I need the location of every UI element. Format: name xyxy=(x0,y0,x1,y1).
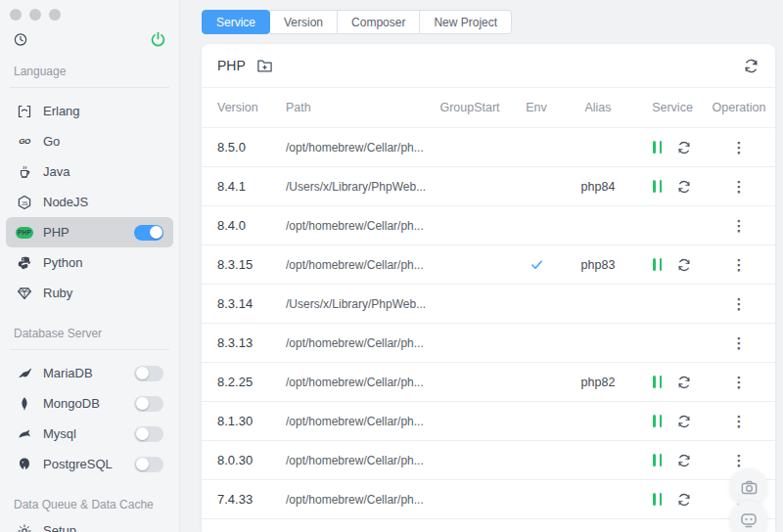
restart-service-button[interactable] xyxy=(676,179,692,195)
sidebar-item-erlang[interactable]: Erlang xyxy=(6,96,173,126)
sidebar-item-mongodb[interactable]: MongoDB xyxy=(6,388,173,419)
sidebar: LanguageErlangGOGoJavaJSNodeJSPHPPHPPyth… xyxy=(0,0,180,532)
stop-service-button[interactable] xyxy=(653,258,662,271)
open-folder-button[interactable] xyxy=(256,58,273,74)
restart-service-button[interactable] xyxy=(676,140,692,155)
assistant-fab[interactable] xyxy=(730,501,767,532)
stop-service-button[interactable] xyxy=(653,180,662,193)
restart-icon xyxy=(676,453,692,468)
operation-menu-button[interactable]: ⋮ xyxy=(732,375,747,389)
path-cell: /opt/homebrew/Cellar/ph... xyxy=(286,454,433,467)
version-cell: 8.1.30 xyxy=(217,414,286,428)
sidebar-item-label: NodeJS xyxy=(43,195,88,209)
sidebar-section: LanguageErlangGOGoJavaJSNodeJSPHPPHPPyth… xyxy=(0,61,179,308)
sidebar-item-label: Erlang xyxy=(43,104,80,118)
sidebar-item-ruby[interactable]: Ruby xyxy=(6,278,173,308)
minimize-button[interactable] xyxy=(29,9,41,21)
panel-header: PHP xyxy=(202,44,775,88)
power-button[interactable] xyxy=(150,31,166,48)
sidebar-item-mariadb[interactable]: MariaDB xyxy=(6,358,173,388)
pause-icon xyxy=(653,415,656,427)
service-cell xyxy=(630,179,714,195)
version-cell: 8.3.13 xyxy=(217,335,286,350)
stop-service-button[interactable] xyxy=(653,141,662,154)
sidebar-item-java[interactable]: Java xyxy=(6,156,173,187)
svg-text:JS: JS xyxy=(22,200,28,205)
restart-icon xyxy=(676,140,692,155)
gear-icon xyxy=(16,523,33,532)
history-button[interactable] xyxy=(13,32,28,47)
operation-cell: ⋮ xyxy=(714,140,763,155)
path-cell: /Users/x/Library/PhpWeb... xyxy=(286,180,433,194)
sidebar-item-label: PHP xyxy=(43,225,69,240)
zoom-button[interactable] xyxy=(49,9,61,21)
pause-icon xyxy=(653,454,656,466)
operation-menu-button[interactable]: ⋮ xyxy=(732,335,747,350)
sidebar-section: Database ServerMariaDBMongoDBMysqlPostgr… xyxy=(0,323,179,479)
section-title: Data Queue & Data Cache xyxy=(0,494,179,511)
alias-cell: php83 xyxy=(566,258,630,272)
column-header-alias: Alias xyxy=(566,101,630,114)
mariadb-toggle[interactable] xyxy=(134,366,163,381)
erlang-icon xyxy=(16,104,33,119)
operation-menu-button[interactable]: ⋮ xyxy=(732,296,747,311)
postgresql-toggle[interactable] xyxy=(134,457,163,472)
stop-service-button[interactable] xyxy=(653,415,662,427)
pause-icon xyxy=(653,180,656,193)
stop-service-button[interactable] xyxy=(653,493,662,506)
tab-composer[interactable]: Composer xyxy=(337,10,420,34)
operation-menu-button[interactable]: ⋮ xyxy=(732,140,747,155)
operation-menu-button[interactable]: ⋮ xyxy=(732,218,747,233)
service-cell xyxy=(630,257,714,273)
pause-icon xyxy=(660,454,663,466)
column-header-operation: Operation xyxy=(714,101,763,114)
clock-icon xyxy=(13,32,28,47)
toggle-knob xyxy=(150,226,162,239)
table-body: 8.5.0/opt/homebrew/Cellar/ph...⋮8.4.1/Us… xyxy=(202,128,775,519)
restart-service-button[interactable] xyxy=(676,257,692,273)
stop-service-button[interactable] xyxy=(653,376,662,388)
operation-menu-button[interactable]: ⋮ xyxy=(732,179,747,194)
alias-cell: php84 xyxy=(566,180,630,194)
mysql-toggle[interactable] xyxy=(134,426,163,442)
stop-service-button[interactable] xyxy=(653,454,662,466)
restart-service-button[interactable] xyxy=(676,453,692,468)
restart-icon xyxy=(676,414,692,429)
operation-cell: ⋮ xyxy=(714,179,763,194)
refresh-button[interactable] xyxy=(743,58,760,74)
page-title: PHP xyxy=(217,58,246,73)
version-cell: 8.3.15 xyxy=(217,257,286,272)
sidebar-toolbar xyxy=(0,27,179,51)
version-cell: 8.3.14 xyxy=(217,296,286,311)
pause-icon xyxy=(660,141,663,154)
pause-icon xyxy=(653,493,656,506)
sidebar-item-setup[interactable]: Setup xyxy=(6,515,173,532)
restart-icon xyxy=(676,492,692,508)
sidebar-item-nodejs[interactable]: JSNodeJS xyxy=(6,187,173,217)
version-cell: 7.4.33 xyxy=(217,492,286,507)
java-icon xyxy=(16,164,33,180)
divider xyxy=(10,349,169,350)
restart-service-button[interactable] xyxy=(676,492,692,508)
close-button[interactable] xyxy=(10,9,22,21)
power-icon xyxy=(150,31,166,48)
mongodb-toggle[interactable] xyxy=(134,396,163,412)
sidebar-item-python[interactable]: Python xyxy=(6,247,173,278)
toggle-knob xyxy=(136,458,149,470)
tab-version[interactable]: Version xyxy=(269,10,338,34)
sidebar-item-go[interactable]: GOGo xyxy=(6,126,173,156)
sidebar-item-label: MongoDB xyxy=(43,396,100,411)
version-cell: 8.0.30 xyxy=(217,453,286,467)
tab-service[interactable]: Service xyxy=(202,10,270,34)
sidebar-item-php[interactable]: PHPPHP xyxy=(6,217,173,247)
restart-service-button[interactable] xyxy=(676,375,692,390)
operation-menu-button[interactable]: ⋮ xyxy=(732,414,747,428)
tab-new-project[interactable]: New Project xyxy=(419,10,512,34)
sidebar-item-mysql[interactable]: Mysql xyxy=(6,419,173,449)
sidebar-item-postgresql[interactable]: PostgreSQL xyxy=(6,449,173,479)
php-toggle[interactable] xyxy=(134,225,163,241)
section-items: ErlangGOGoJavaJSNodeJSPHPPHPPythonRuby xyxy=(0,92,179,308)
restart-service-button[interactable] xyxy=(676,414,692,429)
operation-menu-button[interactable]: ⋮ xyxy=(732,257,747,272)
operation-menu-button[interactable]: ⋮ xyxy=(732,453,747,467)
